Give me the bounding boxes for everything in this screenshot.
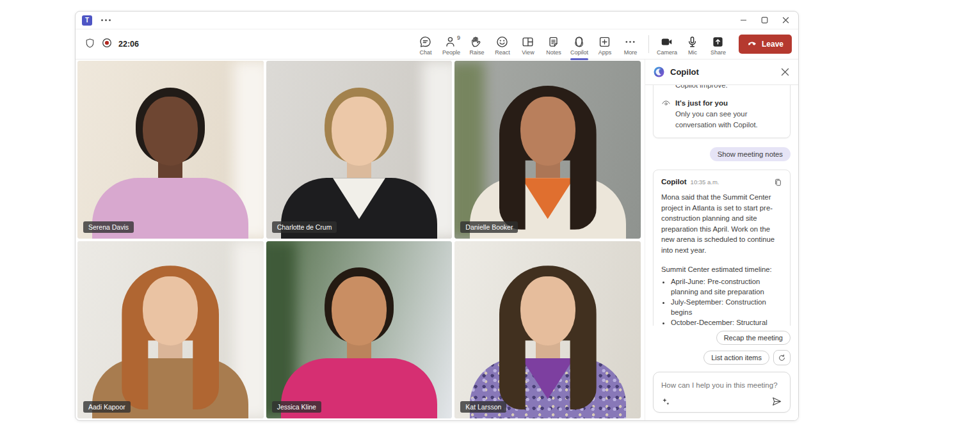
toolbar-actions: Chat 9 People Raise React View [413, 33, 643, 56]
camera-label: Camera [657, 49, 677, 56]
raise-label: Raise [469, 49, 484, 56]
view-label: View [522, 49, 534, 56]
toolbar-divider [648, 35, 649, 53]
privacy-title: It's just for you [675, 98, 782, 108]
suggestion-area: Recap the meeting List action items [645, 326, 798, 369]
video-tile-danielle[interactable]: Danielle Booker [454, 61, 641, 239]
person-inner-shirt [333, 178, 385, 219]
refresh-suggestions-button[interactable] [773, 350, 791, 365]
response-bullet-list: April-June: Pre-construction planning an… [671, 276, 782, 326]
video-grid: Serena Davis Charlotte de Crum [76, 59, 645, 420]
suggestion-list-actions-button[interactable]: List action items [703, 351, 769, 365]
hangup-icon [747, 38, 757, 51]
video-tile-serena[interactable]: Serena Davis [77, 61, 264, 239]
privacy-body: Only you can see your conversation with … [675, 109, 782, 130]
meeting-toolbar: 22:06 Chat 9 People Raise Re [76, 29, 798, 59]
response-timeline-heading: Summit Center estimated timeline: [661, 264, 782, 274]
raise-hand-button[interactable]: Raise [464, 33, 490, 56]
copilot-button[interactable]: Copilot [566, 33, 592, 56]
maximize-button[interactable] [761, 17, 768, 24]
copilot-logo-icon [653, 66, 665, 78]
send-icon[interactable] [771, 396, 782, 407]
recording-icon [101, 37, 113, 51]
apps-button[interactable]: Apps [592, 33, 618, 56]
person-inner-shirt [522, 178, 574, 219]
copilot-panel: Copilot Copilot improve. It's just for y… [645, 59, 798, 420]
person-head [520, 276, 575, 345]
copilot-active-indicator [570, 58, 588, 60]
chat-button[interactable]: Chat [413, 33, 438, 56]
participant-name-label: Danielle Booker [460, 221, 518, 233]
participant-figure [454, 241, 641, 419]
react-label: React [495, 49, 510, 56]
response-author: Copilot [661, 178, 687, 186]
shield-icon [84, 38, 95, 51]
copilot-input[interactable] [661, 381, 782, 389]
mic-button[interactable]: Mic [680, 33, 705, 56]
person-head [143, 97, 198, 166]
react-button[interactable]: React [490, 33, 515, 56]
video-tile-jessica[interactable]: Jessica Kline [266, 241, 453, 419]
camera-button[interactable]: Camera [654, 33, 680, 56]
participant-name-label: Aadi Kapoor [83, 401, 131, 413]
copilot-thread: Copilot improve. It's just for you Only … [645, 85, 798, 326]
video-tile-charlotte[interactable]: Charlotte de Crum [266, 61, 453, 239]
bullet-item: October-December: Structural work [671, 317, 782, 326]
participant-name-label: Jessica Kline [272, 401, 321, 413]
participant-name-label: Charlotte de Crum [272, 221, 337, 233]
participant-figure [77, 61, 264, 239]
people-button[interactable]: 9 People [438, 33, 464, 56]
bullet-item: July-September: Construction begins [671, 297, 782, 317]
person-head [520, 97, 575, 166]
prompts-sparkle-icon[interactable] [661, 397, 671, 406]
person-head [332, 276, 387, 345]
eye-icon [661, 98, 671, 130]
people-count-badge: 9 [457, 35, 460, 41]
copy-icon[interactable] [774, 178, 782, 187]
share-button[interactable]: Share [705, 33, 731, 56]
teams-logo-icon [82, 15, 92, 26]
copilot-panel-title: Copilot [670, 67, 699, 77]
participant-figure [266, 61, 453, 239]
apps-label: Apps [598, 49, 612, 56]
copilot-response-card: Copilot 10:35 a.m. Mona said that the Su… [653, 170, 791, 326]
response-timestamp: 10:35 a.m. [691, 178, 719, 186]
window-controls [740, 17, 789, 24]
mic-label: Mic [688, 49, 697, 56]
meeting-status: 22:06 [84, 37, 139, 51]
titlebar-more-icon[interactable] [101, 19, 111, 21]
close-button[interactable] [782, 17, 789, 24]
more-button[interactable]: More [618, 33, 643, 56]
notes-button[interactable]: Notes [541, 33, 566, 56]
screenshot-canvas: 22:06 Chat 9 People Raise Re [0, 0, 980, 444]
titlebar [76, 12, 798, 29]
clipped-text: Copilot improve. [675, 85, 782, 90]
device-controls: Camera Mic Share [654, 33, 731, 56]
copilot-panel-header: Copilot [645, 59, 798, 85]
video-tile-aadi[interactable]: Aadi Kapoor [77, 241, 264, 419]
people-label: People [442, 49, 460, 56]
participant-figure [77, 241, 264, 419]
person-inner-shirt [522, 358, 574, 399]
meeting-timer: 22:06 [118, 40, 139, 49]
leave-label: Leave [762, 40, 783, 49]
participant-figure [454, 61, 641, 239]
copilot-close-icon[interactable] [781, 68, 789, 76]
share-label: Share [711, 49, 726, 56]
copilot-input-card [653, 372, 791, 413]
view-button[interactable]: View [515, 33, 541, 56]
user-message-bubble: Show meeting notes [710, 147, 791, 161]
chat-label: Chat [419, 49, 431, 56]
video-tile-kat[interactable]: Kat Larsson [454, 241, 641, 419]
copilot-privacy-card: Copilot improve. It's just for you Only … [653, 85, 791, 138]
teams-meeting-window: 22:06 Chat 9 People Raise Re [75, 11, 799, 421]
person-head [332, 97, 387, 166]
participant-name-label: Serena Davis [83, 221, 134, 233]
participant-name-label: Kat Larsson [460, 401, 506, 413]
leave-button[interactable]: Leave [739, 35, 792, 54]
bullet-item: April-June: Pre-construction planning an… [671, 276, 782, 297]
notes-label: Notes [546, 49, 561, 56]
copilot-label: Copilot [570, 49, 588, 56]
suggestion-recap-button[interactable]: Recap the meeting [716, 331, 791, 345]
minimize-button[interactable] [740, 17, 747, 24]
